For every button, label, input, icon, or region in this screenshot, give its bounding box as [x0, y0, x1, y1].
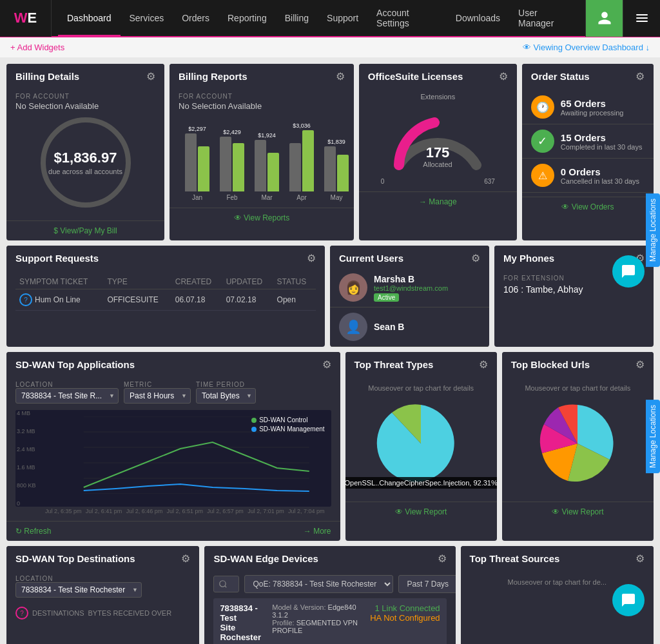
current-users-gear-icon[interactable]: ⚙: [471, 252, 480, 264]
bar-apr-green: [302, 130, 314, 191]
legend-control: SD-WAN Control: [251, 416, 324, 424]
billing-due-text: due across all accounts: [48, 168, 122, 175]
support-body: SYMPTOM TICKET TYPE CREATED UPDATED STAT…: [6, 268, 325, 317]
order-icon-warning: ⚠: [531, 164, 554, 187]
sdwan-edge-body: QoE: 7838834 - Test Site Rochester Past …: [204, 569, 455, 644]
user-icon-btn[interactable]: [585, 0, 623, 37]
time-period-select[interactable]: Total Bytes: [196, 388, 256, 404]
top-blocked-hint: Mouseover or tap chart for details: [511, 384, 645, 392]
nav-services[interactable]: Services: [121, 0, 173, 37]
bar-may: $1,839 May: [324, 139, 349, 201]
my-phones-extension: 106 : Tambe, Abhay: [503, 284, 602, 295]
order-icon-check: ✓: [531, 130, 554, 153]
top-blocked-urls-title: Top Blocked Urls: [511, 359, 590, 370]
order-status-card: Order Status ⚙ 🕐 65 Orders Awaiting proc…: [522, 64, 654, 240]
top-blocked-urls-gear-icon[interactable]: ⚙: [636, 358, 645, 371]
more-link[interactable]: → More: [304, 527, 331, 536]
sdwan-top-apps-gear-icon[interactable]: ⚙: [322, 358, 331, 371]
manage-locations-sidebar-1[interactable]: Manage Locations: [646, 193, 660, 267]
nav-right-icons: [585, 0, 660, 37]
search-icon: [218, 580, 228, 589]
manage-link[interactable]: → Manage: [419, 197, 457, 206]
col-created: CREATED: [171, 275, 222, 289]
sdwan-top-dest-header: SD-WAN Top Destinations ⚙: [6, 546, 199, 569]
chat-button[interactable]: [612, 255, 645, 288]
nav-reporting[interactable]: Reporting: [218, 0, 276, 37]
support-gear-icon[interactable]: ⚙: [307, 252, 316, 264]
y-axis-labels: 4 MB 3.2 MB 2.4 MB 1.6 MB 800 KB 0: [17, 410, 36, 507]
ticket-updated: 07.02.18: [222, 289, 273, 311]
view-blocked-report-link[interactable]: 👁 View Report: [552, 507, 603, 516]
nav-account-settings[interactable]: Account Settings: [367, 0, 447, 37]
view-threat-report-link[interactable]: 👁 View Report: [395, 507, 447, 516]
billing-amount: $1,836: [54, 150, 97, 166]
add-widgets-button[interactable]: + Add Widgets: [10, 43, 64, 52]
edge-qoe-select[interactable]: QoE: 7838834 - Test Site Rochester: [244, 575, 393, 593]
nav-items: Dashboard Services Orders Reporting Bill…: [52, 0, 585, 37]
order-count-completed: 15 Orders: [561, 132, 643, 143]
users-list: 👩 Marsha B test1@windstream.com Active 👤…: [330, 268, 489, 347]
support-table-header-row: SYMPTOM TICKET TYPE CREATED UPDATED STAT…: [15, 275, 316, 289]
view-pay-bill-link[interactable]: $ View/Pay My Bill: [53, 226, 117, 235]
x-axis-labels: Jul 2, 6:35 pm Jul 2, 6:41 pm Jul 2, 6:4…: [15, 507, 331, 514]
my-phones-for-extension: FOR EXTENSION: [503, 275, 602, 282]
settings-icon-btn[interactable]: [623, 0, 660, 37]
legend-label-control: SD-WAN Control: [259, 416, 307, 424]
col-updated: UPDATED: [222, 275, 273, 289]
order-item-awaiting: 🕐 65 Orders Awaiting processing: [522, 90, 654, 124]
sdwan-edge-gear-icon[interactable]: ⚙: [438, 552, 447, 565]
refresh-link[interactable]: ↻ Refresh: [15, 527, 51, 536]
threat-sources-chat-button[interactable]: [612, 584, 645, 616]
gauge-label: Extensions: [368, 93, 508, 101]
bar-apr: $3,036 Apr: [289, 122, 314, 201]
bytes-label-text: BYTES RECEIVED OVER: [88, 609, 171, 617]
view-reports-link[interactable]: 👁 View Reports: [234, 213, 289, 222]
billing-circle: $1,836 .97 due across all accounts: [41, 117, 131, 208]
sdwan-edge-title: SD-WAN Edge Devices: [213, 553, 318, 564]
chart-legend: SD-WAN Control SD-WAN Management: [251, 416, 324, 434]
legend-dot-management: [251, 427, 257, 432]
view-orders-link[interactable]: 👁 View Orders: [561, 202, 614, 211]
officesuite-body: Extensions 175 Allocated 0 637: [359, 86, 517, 191]
top-threat-types-gear-icon[interactable]: ⚙: [479, 358, 488, 371]
billing-details-body: FOR ACCOUNT No Selection Available $1,83…: [6, 86, 164, 220]
nav-billing[interactable]: Billing: [276, 0, 318, 37]
top-threat-sources-gear-icon[interactable]: ⚙: [636, 552, 645, 565]
location-select[interactable]: 7838834 - Test Site R...: [15, 388, 119, 404]
sdwan-top-apps-title: SD-WAN Top Applications: [15, 359, 135, 370]
row-1: Billing Details ⚙ FOR ACCOUNT No Selecti…: [6, 64, 654, 240]
nav-support[interactable]: Support: [318, 0, 367, 37]
gauge-range: 0 637: [368, 178, 508, 185]
nav-orders[interactable]: Orders: [173, 0, 218, 37]
bar-mar-green: [267, 153, 279, 191]
bar-may-gray: [324, 146, 336, 191]
viewing-dashboard-label[interactable]: 👁 Viewing Overview Dashboard ↓: [523, 43, 650, 52]
billing-reports-footer: 👁 View Reports: [170, 208, 354, 228]
officesuite-card: OfficeSuite Licenses ⚙ Extensions 175 Al…: [359, 64, 517, 240]
metric-select[interactable]: Past 8 Hours: [124, 388, 191, 404]
dashboard: Billing Details ⚙ FOR ACCOUNT No Selecti…: [0, 57, 660, 644]
table-row[interactable]: ? Hum On Line OFFICESUITE 06.07.18 07.02…: [15, 289, 316, 311]
nav-dashboard[interactable]: Dashboard: [58, 0, 121, 37]
billing-details-gear-icon[interactable]: ⚙: [146, 70, 155, 83]
billing-reports-gear-icon[interactable]: ⚙: [336, 70, 345, 83]
manage-locations-sidebar-2[interactable]: Manage Locations: [646, 400, 660, 473]
order-status-gear-icon[interactable]: ⚙: [636, 70, 645, 83]
edge-ha-status: HA Not Configured: [370, 613, 440, 623]
nav-user-manager[interactable]: User Manager: [509, 0, 579, 37]
officesuite-gear-icon[interactable]: ⚙: [499, 70, 508, 83]
my-phones-title: My Phones: [503, 253, 554, 264]
metric-filter-label: METRIC: [124, 381, 191, 388]
dest-label-text: DESTINATIONS: [32, 609, 84, 617]
user-status-marsha: Active: [374, 293, 399, 302]
dest-location-select[interactable]: 7838834 - Test Site Rochester: [15, 582, 142, 598]
order-items-list: 🕐 65 Orders Awaiting processing ✓ 15 Ord…: [522, 86, 654, 197]
gauge-max: 637: [484, 178, 495, 185]
ticket-icon: ?: [19, 293, 32, 306]
sdwan-top-dest-gear-icon[interactable]: ⚙: [181, 552, 190, 565]
gauge-min: 0: [381, 178, 385, 185]
edge-time-select[interactable]: Past 7 Days: [398, 575, 455, 593]
nav-downloads[interactable]: Downloads: [447, 0, 509, 37]
bar-may-green: [337, 155, 349, 191]
top-navigation: WE Dashboard Services Orders Reporting B…: [0, 0, 660, 37]
